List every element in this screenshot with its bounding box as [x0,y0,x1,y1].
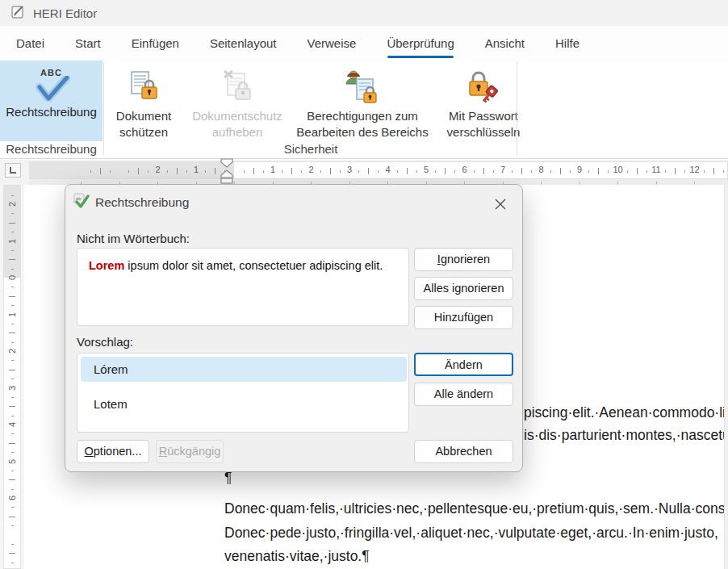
document-text-fragment: Donec·quam·felis,·ultricies·nec,·pellent… [224,500,726,517]
ribbon: ABC Rechtschreibung Rechtschreibung Doku… [0,61,728,159]
document-text-fragment: venenatis·vitae,·justo.¶ [224,548,370,565]
left-indent-marker [221,178,232,183]
indent-markers[interactable] [217,158,236,185]
permissions-label: Berechtigungen zum [307,108,418,124]
document-text-fragment: piscing·elit.·Aenean·commodo·lig [524,404,728,421]
suggestion-item[interactable]: Lotem [77,397,408,411]
protect-document-button[interactable]: Dokument schützen [107,61,181,140]
group-separator [103,62,104,156]
app-icon [10,4,26,23]
tab-seitenlayout[interactable]: Seitenlayout [208,26,278,61]
options-button[interactable]: Optionen... [77,440,149,463]
svg-text:ab: ab [76,196,82,201]
protect-document-label: Dokument [116,108,171,124]
unprotect-document-label: Dokumentschutz [192,108,282,124]
close-icon[interactable] [490,195,511,214]
unprotect-document-button: Dokumentschutz aufheben [186,61,289,140]
tab-start[interactable]: Start [73,26,103,61]
encrypt-password-icon [467,66,500,108]
hanging-indent-marker [221,170,232,178]
group-label-security: Sicherheit [105,142,517,156]
misspelled-word: Lorem [89,259,124,272]
add-button[interactable]: Hinzufügen [414,306,513,329]
undo-button: Rückgängig [156,440,224,463]
page-right-edge [724,185,728,569]
suggestion-list[interactable]: Lórem Lotem Lodrem [77,353,409,433]
error-sentence-box[interactable]: Lorem ipsum dolor sit amet, consectetuer… [77,248,409,326]
change-all-button[interactable]: Alle ändern [414,383,513,406]
first-line-indent-marker [221,159,232,167]
ignore-all-button[interactable]: Alles ignorieren [414,277,513,300]
spellcheck-button-label: Rechtschreibung [6,105,97,119]
tab-verweise[interactable]: Verweise [306,26,358,61]
tab-datei[interactable]: Datei [15,26,46,61]
unprotect-document-icon [221,66,253,108]
tab-ueberpruefung[interactable]: Überprüfung [385,26,455,61]
document-text-fragment: is·dis·parturient·montes,·nascetu [524,427,728,444]
change-button[interactable]: Ändern [414,353,513,376]
tab-ansicht[interactable]: Ansicht [483,26,526,61]
suggestion-item[interactable]: Lodrem [77,430,408,433]
tab-hilfe[interactable]: Hilfe [554,26,581,61]
spelling-dialog-icon: ab [73,193,90,212]
pilcrow-mark: ¶ [224,470,232,487]
suggestion-label: Vorschlag: [77,335,133,349]
abc-check-icon-mark [33,76,70,102]
cancel-button[interactable]: Abbrechen [414,440,513,463]
document-text-fragment: Donec·pede·justo,·fringilla·vel,·aliquet… [224,525,718,542]
permissions-button[interactable]: Berechtigungen zum Bearbeiten des Bereic… [294,61,431,140]
group-label-spelling: Rechtschreibung [0,142,103,156]
ribbon-tab-bar: Datei Start Einfügen Seitenlayout Verwei… [0,26,728,61]
spelling-dialog: ab Rechtschreibung Nicht im Wörterbuch: … [65,184,523,472]
app-title: HERI Editor [33,6,97,20]
ignore-button[interactable]: Ignorieren [414,248,513,271]
vertical-ruler[interactable]: 210123456 [3,185,21,569]
sentence-rest: ipsum dolor sit amet, consectetuer adipi… [124,259,383,272]
not-in-dictionary-label: Nicht im Wörterbuch: [77,232,190,245]
left-tab-icon [10,167,16,174]
suggestion-item-selected[interactable]: Lórem [81,357,407,382]
tab-selector-button[interactable] [5,163,21,178]
title-bar: HERI Editor [0,0,728,26]
protect-document-icon [128,66,160,108]
abc-check-icon: ABC [40,68,62,76]
encrypt-password-label: Mit Passwort [449,108,518,124]
horizontal-ruler[interactable]: 21123456789101112 [29,161,728,179]
tab-einfuegen[interactable]: Einfügen [130,26,181,61]
spellcheck-button[interactable]: ABC Rechtschreibung [0,61,103,141]
group-separator [517,62,517,156]
permissions-icon [344,66,381,108]
dialog-title: Rechtschreibung [95,195,189,210]
